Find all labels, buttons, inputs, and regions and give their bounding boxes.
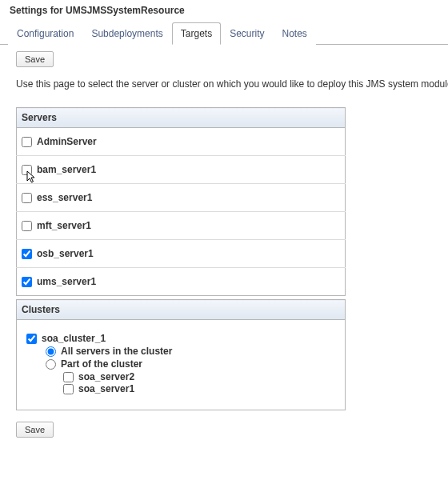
cluster-member-label: soa_server2 bbox=[78, 371, 134, 382]
server-checkbox-adminserver[interactable] bbox=[22, 137, 32, 147]
cluster-radio-group: All servers in the cluster Part of the c… bbox=[26, 346, 335, 394]
tab-subdeployments[interactable]: Subdeployments bbox=[82, 22, 171, 45]
tab-security[interactable]: Security bbox=[221, 22, 273, 45]
server-label: ums_server1 bbox=[37, 276, 96, 287]
clusters-table: Clusters soa_cluster_1 All servers in th… bbox=[16, 299, 346, 410]
server-checkbox-osb-server1[interactable] bbox=[22, 249, 32, 259]
tab-targets[interactable]: Targets bbox=[172, 22, 221, 45]
help-text: Use this page to select the server or cl… bbox=[0, 74, 448, 104]
save-button[interactable]: Save bbox=[16, 422, 54, 438]
server-label: mft_server1 bbox=[37, 220, 91, 231]
tab-configuration[interactable]: Configuration bbox=[8, 22, 82, 45]
server-checkbox-ess-server1[interactable] bbox=[22, 193, 32, 203]
cluster-row: soa_cluster_1 All servers in the cluster… bbox=[17, 320, 346, 410]
server-row: ums_server1 bbox=[17, 268, 346, 296]
radio-all-servers[interactable] bbox=[46, 346, 56, 357]
radio-part-label: Part of the cluster bbox=[61, 358, 142, 370]
server-label: osb_server1 bbox=[37, 248, 94, 259]
radio-part-cluster[interactable] bbox=[46, 359, 56, 370]
top-button-row: Save bbox=[0, 45, 448, 74]
cluster-member-checkbox-soa-server2[interactable] bbox=[63, 372, 74, 382]
cluster-label: soa_cluster_1 bbox=[42, 333, 106, 344]
cluster-member-checkbox-soa-server1[interactable] bbox=[63, 384, 74, 394]
server-checkbox-ums-server1[interactable] bbox=[22, 277, 32, 287]
server-label: ess_server1 bbox=[37, 192, 92, 203]
settings-page: Settings for UMSJMSSystemResource Config… bbox=[0, 0, 448, 454]
servers-table: Servers AdminServer bam_server1 bbox=[16, 107, 346, 296]
cluster-member-label: soa_server1 bbox=[78, 383, 134, 394]
server-row: osb_server1 bbox=[17, 240, 346, 268]
clusters-heading: Clusters bbox=[17, 300, 346, 320]
server-checkbox-bam-server1[interactable] bbox=[22, 165, 32, 175]
cluster-member-list: soa_server2 soa_server1 bbox=[46, 371, 335, 394]
radio-all-label: All servers in the cluster bbox=[61, 346, 172, 357]
server-row: AdminServer bbox=[17, 128, 346, 156]
clusters-header-row: Clusters bbox=[17, 300, 346, 320]
server-label: AdminServer bbox=[37, 136, 97, 147]
server-row: ess_server1 bbox=[17, 184, 346, 212]
servers-header-row: Servers bbox=[17, 108, 346, 128]
servers-heading: Servers bbox=[17, 108, 346, 128]
server-label: bam_server1 bbox=[37, 164, 96, 175]
save-button[interactable]: Save bbox=[16, 51, 54, 67]
server-checkbox-mft-server1[interactable] bbox=[22, 221, 32, 231]
server-row: mft_server1 bbox=[17, 212, 346, 240]
bottom-button-row: Save bbox=[0, 414, 448, 446]
tab-bar: Configuration Subdeployments Targets Sec… bbox=[0, 22, 448, 45]
tab-notes[interactable]: Notes bbox=[274, 22, 316, 45]
page-title: Settings for UMSJMSSystemResource bbox=[0, 0, 448, 22]
cluster-checkbox-soa-cluster-1[interactable] bbox=[26, 334, 37, 344]
server-row: bam_server1 bbox=[17, 156, 346, 184]
